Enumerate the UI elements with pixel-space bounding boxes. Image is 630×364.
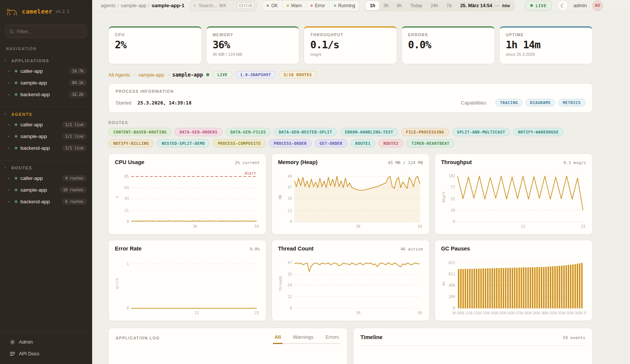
svg-text:12: 12 <box>287 209 292 213</box>
svg-text:12: 12 <box>521 224 525 229</box>
date-range-picker[interactable]: 25. März 14:54 — now <box>456 2 514 10</box>
chart-meta: 0.0% <box>250 247 260 252</box>
capability-badge: DIAGRAMS <box>525 99 555 106</box>
tab-warnings[interactable]: Warnings <box>292 334 315 344</box>
timeline-card: Timeline 50 events <box>353 328 592 364</box>
svg-text:msg/s: msg/s <box>442 192 446 203</box>
svg-text:102: 102 <box>448 174 455 178</box>
svg-text:37: 37 <box>287 185 292 189</box>
status-filter-group: OK Warn Error Running <box>262 0 360 11</box>
range-7d[interactable]: 7d <box>442 1 456 10</box>
route-chip[interactable]: FILE-PROCESSING <box>401 128 449 136</box>
section-header-agents[interactable]: ▾ AGENTS <box>0 109 92 119</box>
chart-meta: 2% current <box>235 160 260 165</box>
thread-count-plot: 012243547threads3059 <box>278 254 423 316</box>
route-chip[interactable]: TIMER-HEARTBEAT <box>406 139 454 147</box>
svg-text:26: 26 <box>451 208 455 212</box>
live-badge: LIVE <box>213 71 232 78</box>
route-chip[interactable]: DATA-GEN-FILES <box>225 128 271 136</box>
range-today[interactable]: Today <box>406 1 426 10</box>
svg-text:64: 64 <box>124 186 129 190</box>
breadcrumb-link-agents[interactable]: agents <box>101 3 116 8</box>
status-dot <box>15 135 17 138</box>
svg-text:49: 49 <box>287 174 292 178</box>
global-search[interactable]: Ctrl+K <box>190 0 257 11</box>
route-chip[interactable]: DATA-GEN-ORDERS <box>174 128 222 136</box>
route-chip[interactable]: GET-ORDER <box>315 139 347 147</box>
link-all-agents[interactable]: All Agents <box>108 72 130 78</box>
sidebar-item-application-backend-app[interactable]: ▸ backend-app 32.2k <box>0 89 92 100</box>
status-dot <box>15 200 17 203</box>
live-toggle[interactable]: LIVE <box>525 1 552 11</box>
charts-grid: CPU Usage2% current 021436485%3059Alert … <box>108 154 593 321</box>
link-sample-app[interactable]: sample-app <box>139 72 164 78</box>
count-badge: 16 routes <box>60 187 87 193</box>
breadcrumb-link-sample-app[interactable]: sample-app <box>121 3 147 8</box>
capability-badge: TRACING <box>496 99 523 106</box>
kpi-uptime: UPTIME 1h 14m since 25.3.2026 <box>499 26 593 64</box>
route-chip[interactable]: NESTED-SPLIT-DEMO <box>157 139 210 147</box>
kpi-errors: ERRORS 0.0% <box>401 26 495 64</box>
cpu-usage-plot: 021436485%3059Alert <box>115 167 260 230</box>
svg-text:threads: threads <box>278 276 283 291</box>
chevron-right-icon: ▸ <box>8 81 12 84</box>
route-chip[interactable]: NOTIFY-WAREHOUSE <box>513 128 564 136</box>
route-chip[interactable]: ROUTE1 <box>351 139 375 147</box>
theme-toggle-button[interactable]: ☾ <box>557 0 568 11</box>
range-6h[interactable]: 6h <box>393 1 406 10</box>
sidebar-item-admin[interactable]: Admin <box>0 336 92 348</box>
tab-all[interactable]: All <box>273 334 283 344</box>
sidebar-item-agent-caller-app[interactable]: ▸ caller-app 1/1 live <box>0 119 92 131</box>
svg-text:12: 12 <box>287 295 292 299</box>
chevron-right-icon: ▸ <box>8 93 12 96</box>
chevron-down-icon: ▾ <box>5 113 8 116</box>
count-badge: 10.7k <box>69 68 87 74</box>
filter-warn[interactable]: Warn <box>282 1 306 11</box>
chart-meta: 0.1 msg/s <box>564 160 586 165</box>
section-header-applications[interactable]: ▾ APPLICATIONS <box>0 55 92 65</box>
process-info-title: PROCESS INFORMATION <box>116 89 585 94</box>
sidebar-item-application-caller-app[interactable]: ▸ caller-app 10.7k <box>0 65 92 77</box>
sidebar-item-agent-backend-app[interactable]: ▸ backend-app 1/1 live <box>0 142 92 154</box>
route-chip[interactable]: PROCESS-COMPOSITE <box>213 139 266 147</box>
sidebar-item-application-sample-app[interactable]: ▸ sample-app 84.1k <box>0 77 92 89</box>
sidebar-item-routes-backend-app[interactable]: ▸ backend-app 6 routes <box>0 196 92 207</box>
filter-ok[interactable]: OK <box>262 1 282 11</box>
route-chip[interactable]: ROUTE2 <box>378 139 403 147</box>
avatar[interactable]: AD <box>592 0 603 11</box>
current-agent-label: sample-app <box>172 72 203 78</box>
filter-running[interactable]: Running <box>329 1 360 11</box>
tab-errors[interactable]: Errors <box>324 334 340 344</box>
chevron-right-icon: ▸ <box>8 188 12 192</box>
filter-error[interactable]: Error <box>306 1 329 11</box>
route-chip[interactable]: DATA-GEN-NESTED-SPLIT <box>274 128 337 136</box>
route-chip[interactable]: PROCESS-ORDER <box>269 139 312 147</box>
route-chip[interactable]: ERROR-HANDLING-TEST <box>340 128 398 136</box>
count-badge: 1/1 live <box>62 121 87 128</box>
app-logo[interactable]: cameleer v3.2.1 <box>0 0 92 22</box>
range-1h[interactable]: 1h <box>366 1 379 10</box>
capability-badge: METRICS <box>558 99 585 106</box>
svg-text:30: 30 <box>193 224 197 229</box>
sidebar-item-routes-caller-app[interactable]: ▸ caller-app 4 routes <box>0 172 92 184</box>
chart-title: Error Rate <box>115 246 142 252</box>
count-badge: 32.2k <box>69 91 87 98</box>
range-24h[interactable]: 24h <box>426 1 442 10</box>
route-chip[interactable]: SPLIT-AND-MULTICAST <box>452 128 510 136</box>
app-name: cameleer <box>22 8 52 15</box>
sidebar-item-agent-sample-app[interactable]: ▸ sample-app 1/1 live <box>0 131 92 142</box>
section-header-routes[interactable]: ▾ ROUTES <box>0 163 92 172</box>
route-chip[interactable]: CONTENT-BASED-ROUTING <box>108 128 171 136</box>
count-badge: 1/1 live <box>62 145 87 151</box>
svg-text:12: 12 <box>195 311 199 315</box>
sidebar-filter-input[interactable] <box>17 29 83 34</box>
range-3h[interactable]: 3h <box>379 1 392 10</box>
search-input[interactable] <box>199 3 234 8</box>
sidebar-footer: Admin API Docs <box>0 332 92 364</box>
sidebar-filter[interactable] <box>5 25 87 38</box>
moon-icon: ☾ <box>560 3 565 9</box>
running-dot <box>334 5 336 7</box>
sidebar-item-api-docs[interactable]: API Docs <box>0 348 92 359</box>
sidebar-item-routes-sample-app[interactable]: ▸ sample-app 16 routes <box>0 184 92 196</box>
route-chip[interactable]: NOTIFY-BILLING <box>108 139 154 147</box>
